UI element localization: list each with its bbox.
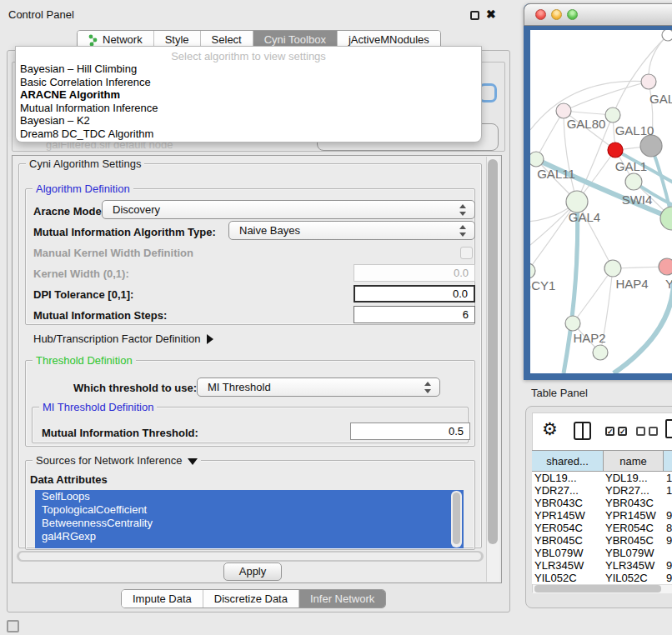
- algorithm-option-mutual-information-inference[interactable]: Mutual Information Inference: [16, 102, 481, 115]
- table-cell[interactable]: 12: [664, 484, 672, 497]
- zoom-window-icon[interactable]: [567, 9, 578, 20]
- network-node[interactable]: [605, 108, 620, 122]
- table-row[interactable]: YBL079WYBL079W: [532, 547, 672, 559]
- table-cell[interactable]: YBR045C: [532, 534, 604, 547]
- hub-definition-toggle[interactable]: Hub/Transcription Factor Definition: [33, 332, 213, 345]
- manual-kernel-checkbox[interactable]: [460, 247, 473, 259]
- node-label-gal10: GAL10: [615, 123, 654, 138]
- table-cell[interactable]: 9.: [664, 559, 672, 572]
- node-label-hap4: HAP4: [615, 277, 648, 291]
- table-row[interactable]: YER054CYER054C8.: [532, 522, 672, 534]
- close-icon[interactable]: ✖: [486, 8, 496, 21]
- gear-icon[interactable]: ⚙: [542, 420, 558, 438]
- network-edge[interactable]: [564, 202, 578, 373]
- column-header-shared-name[interactable]: shared...: [532, 451, 604, 471]
- dock-icon[interactable]: [7, 620, 19, 632]
- network-edge[interactable]: [614, 280, 672, 373]
- document-icon[interactable]: [665, 419, 672, 438]
- table-cell[interactable]: YBL079W: [604, 547, 664, 559]
- group-title[interactable]: Sources for Network Inference: [33, 454, 201, 467]
- apply-button[interactable]: Apply: [223, 562, 282, 581]
- network-node[interactable]: [625, 173, 642, 190]
- algorithm-option-dream8-dc-tdc-algorithm[interactable]: Dream8 DC_TDC Algorithm: [16, 128, 481, 141]
- node-label-y: Y: [665, 277, 672, 291]
- column-header-name[interactable]: name: [604, 451, 664, 471]
- table-cell[interactable]: 9.: [664, 534, 672, 547]
- network-node[interactable]: [660, 207, 672, 230]
- column-header-partial[interactable]: [664, 451, 672, 471]
- table-cell[interactable]: 8.: [664, 522, 672, 534]
- minimize-window-icon[interactable]: [551, 9, 562, 20]
- table-cell[interactable]: YDL19...: [604, 472, 664, 484]
- network-node[interactable]: [530, 263, 535, 278]
- network-node[interactable]: [593, 345, 608, 360]
- split-columns-icon[interactable]: [574, 422, 591, 440]
- table-cell[interactable]: YPR145W: [604, 509, 664, 522]
- table-cell[interactable]: YDR27...: [532, 484, 604, 497]
- table-cell[interactable]: [664, 497, 672, 509]
- tab-discretize-data[interactable]: Discretize Data: [203, 590, 298, 608]
- table-row[interactable]: YBR045CYBR045C9.: [532, 534, 672, 547]
- table-cell[interactable]: 9: [664, 572, 672, 584]
- table-hscrollbar-thumb[interactable]: [534, 585, 661, 592]
- mi-steps-input[interactable]: 6: [354, 306, 475, 323]
- table-cell[interactable]: YER054C: [604, 522, 664, 534]
- algorithm-option-bayesian-hill-climbing[interactable]: Bayesian – Hill Climbing: [16, 62, 481, 76]
- table-cell[interactable]: YBR043C: [532, 497, 604, 509]
- network-node[interactable]: [659, 258, 672, 275]
- vertical-scrollbar-thumb[interactable]: [488, 159, 498, 544]
- network-node[interactable]: [565, 316, 580, 331]
- network-edge[interactable]: [564, 82, 649, 111]
- attribute-item-gal4rgexp[interactable]: gal4RGexp: [35, 530, 464, 543]
- list-scrollbar-thumb[interactable]: [453, 492, 460, 544]
- table-cell[interactable]: YBR045C: [604, 534, 664, 547]
- aracne-mode-select[interactable]: Discovery: [102, 200, 475, 219]
- mi-type-select[interactable]: Naive Bayes: [228, 221, 475, 240]
- network-node[interactable]: [608, 142, 623, 158]
- table-row[interactable]: YDR27...YDR27...12: [532, 484, 672, 497]
- close-window-icon[interactable]: [535, 9, 546, 20]
- table-cell[interactable]: 9.: [664, 509, 672, 522]
- table-cell[interactable]: 13: [664, 472, 672, 484]
- table-header: shared... name: [532, 450, 672, 472]
- tab-impute-data[interactable]: Impute Data: [122, 590, 203, 608]
- table-cell[interactable]: YLR345W: [604, 559, 664, 572]
- table-cell[interactable]: [664, 547, 672, 559]
- algorithm-option-aracne-algorithm[interactable]: ARACNE Algorithm: [16, 88, 481, 102]
- which-threshold-select[interactable]: MI Threshold: [197, 378, 440, 397]
- select-all-icon[interactable]: ✓✓: [605, 427, 627, 436]
- network-canvas[interactable]: GALGAL80GAL10GAL1GAL11SWI4GAL4GCY1HAP4YH…: [530, 30, 672, 373]
- tab-infer-network[interactable]: Infer Network: [298, 590, 385, 608]
- attribute-item-selfloops[interactable]: SelfLoops: [35, 490, 464, 503]
- table-row[interactable]: YPR145WYPR145W9.: [532, 509, 672, 522]
- table-row[interactable]: YLR345WYLR345W9.: [532, 559, 672, 572]
- mi-threshold-input[interactable]: 0.5: [350, 422, 470, 440]
- table-cell[interactable]: YBL079W: [532, 547, 604, 559]
- table-cell[interactable]: YIL052C: [604, 572, 664, 584]
- float-panel-icon[interactable]: [470, 11, 479, 20]
- dpi-tolerance-input[interactable]: 0.0: [354, 285, 475, 302]
- data-attributes-list[interactable]: SelfLoopsTopologicalCoefficientBetweenne…: [35, 490, 464, 548]
- network-node[interactable]: [530, 152, 544, 167]
- deselect-all-icon[interactable]: [636, 427, 658, 436]
- table-cell[interactable]: YPR145W: [532, 509, 604, 522]
- network-node[interactable]: [640, 135, 662, 157]
- network-node[interactable]: [641, 74, 656, 89]
- table-row[interactable]: YDL19...YDL19...13: [532, 472, 672, 484]
- table-cell[interactable]: YDR27...: [604, 484, 664, 497]
- network-node[interactable]: [604, 260, 621, 277]
- horizontal-scrollbar-thumb[interactable]: [19, 552, 481, 560]
- kernel-width-input[interactable]: 0.0: [354, 264, 475, 282]
- attribute-item-topologicalcoefficient[interactable]: TopologicalCoefficient: [35, 503, 464, 517]
- algorithm-option-bayesian-k2[interactable]: Bayesian – K2: [16, 114, 481, 128]
- table-cell[interactable]: YLR345W: [532, 559, 604, 572]
- attribute-item-betweennesscentrality[interactable]: BetweennessCentrality: [35, 517, 464, 530]
- network-node[interactable]: [662, 30, 672, 41]
- table-cell[interactable]: YIL052C: [532, 572, 604, 584]
- algorithm-option-basic-correlation-inference[interactable]: Basic Correlation Inference: [16, 76, 481, 89]
- table-cell[interactable]: YER054C: [532, 522, 604, 534]
- table-cell[interactable]: YBR043C: [604, 497, 664, 509]
- table-row[interactable]: YIL052CYIL052C9: [532, 572, 672, 584]
- table-row[interactable]: YBR043CYBR043C: [532, 497, 672, 509]
- table-cell[interactable]: YDL19...: [532, 472, 604, 484]
